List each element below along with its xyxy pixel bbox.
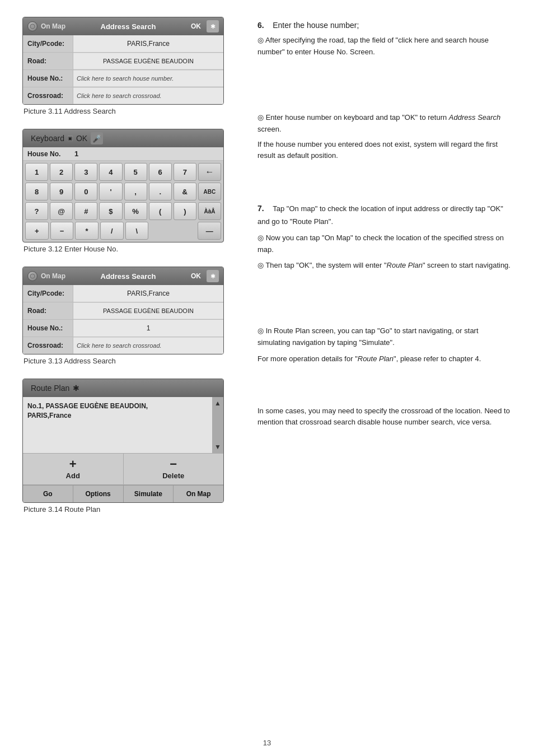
key-7[interactable]: 7 xyxy=(174,163,196,181)
pic314-title: Route Plan xyxy=(31,384,69,393)
keyboard-row-4: + − * / \ — xyxy=(25,222,221,240)
pic312-header: Keyboard ▣ OK 🎤 xyxy=(23,129,223,147)
key-plus[interactable]: + xyxy=(25,222,49,240)
svg-point-0 xyxy=(30,24,35,29)
routeplan-notes-block: In Route Plan screen, you can tap "Go" t… xyxy=(257,325,512,368)
pic311-value-city[interactable]: PARIS,France xyxy=(73,35,223,52)
step6-text: Enter the house number; xyxy=(273,21,359,30)
key-space[interactable]: — xyxy=(198,222,221,240)
key-4[interactable]: 4 xyxy=(99,163,122,181)
pic314-simulate-btn[interactable]: Simulate xyxy=(124,486,174,502)
pic313-label-road: Road: xyxy=(23,302,73,319)
step6-block: 6. Enter the house number; After specify… xyxy=(257,19,512,62)
pic313-header: On Map Address Search OK ✱ xyxy=(23,267,223,285)
onmap-note1: Now you can tap "On Map" to check the lo… xyxy=(257,232,512,256)
key-amp[interactable]: & xyxy=(174,183,196,200)
pic312-icon-btn2[interactable]: ▣ xyxy=(68,136,73,141)
pic313-onmap[interactable]: On Map xyxy=(41,272,65,280)
pic314-onmap-btn[interactable]: On Map xyxy=(174,486,223,502)
key-1[interactable]: 1 xyxy=(25,163,48,181)
plus-icon: + xyxy=(69,458,77,470)
delete-label: Delete xyxy=(162,472,184,480)
key-slash[interactable]: / xyxy=(100,222,124,240)
pic313-ok[interactable]: OK xyxy=(189,271,203,281)
key-question[interactable]: ? xyxy=(25,202,48,220)
pic314-delete-btn[interactable]: − Delete xyxy=(124,454,224,484)
pic313-value-crossroad[interactable]: Click here to search crossroad. xyxy=(73,338,223,353)
key-rparen[interactable]: ) xyxy=(174,202,196,220)
key-apos[interactable]: ' xyxy=(99,183,122,200)
key-5[interactable]: 5 xyxy=(124,163,147,181)
key-percent[interactable]: % xyxy=(124,202,147,220)
pic311-value-crossroad[interactable]: Click here to search crossroad. xyxy=(73,88,223,104)
onmap-italic: Route Plan xyxy=(387,261,423,269)
routeplan-note2: For more operation details for "Route Pl… xyxy=(257,353,512,365)
pic311-icon-btn[interactable]: ✱ xyxy=(207,20,219,32)
pic313-back-btn[interactable] xyxy=(27,271,38,281)
pic313-caption: Picture 3.13 Address Search xyxy=(22,357,241,365)
pic313-value-city[interactable]: PARIS,France xyxy=(73,285,223,302)
step7-block: 7. Tap "On map" to check the location of… xyxy=(257,202,512,275)
keyboard-row-2: 8 9 0 ' , . & ABC xyxy=(25,183,221,200)
key-9[interactable]: 9 xyxy=(50,183,73,200)
pic311-title: Address Search xyxy=(71,22,185,31)
key-8[interactable]: 8 xyxy=(25,183,48,200)
pic314-list: No.1, PASSAGE EUGÈNE BEAUDOIN,PARIS,Fran… xyxy=(23,397,212,453)
pic311-ok[interactable]: OK xyxy=(189,21,203,31)
pic311-onmap[interactable]: On Map xyxy=(41,22,65,30)
key-backspace[interactable]: ← xyxy=(198,163,221,181)
pic314-container: Route Plan ✱ No.1, PASSAGE EUGÈNE BEAUDO… xyxy=(22,379,241,514)
pic311-caption: Picture 3.11 Address Search xyxy=(22,107,241,115)
key-at[interactable]: @ xyxy=(50,202,73,220)
scroll-up-btn[interactable]: ▲ xyxy=(214,397,221,409)
pic314-main: No.1, PASSAGE EUGÈNE BEAUDOIN,PARIS,Fran… xyxy=(23,397,223,453)
pic311-value-road[interactable]: PASSAGE EUGÈNE BEAUDOIN xyxy=(73,53,223,69)
pic314-route: Route Plan ✱ No.1, PASSAGE EUGÈNE BEAUDO… xyxy=(22,379,224,503)
pic314-add-delete: + Add − Delete xyxy=(23,453,223,485)
key-comma[interactable]: , xyxy=(124,183,147,200)
pic314-options-btn[interactable]: Options xyxy=(73,486,124,502)
key-star[interactable]: * xyxy=(75,222,99,240)
pic312-input-value[interactable]: 1 xyxy=(72,150,219,158)
pic311-container: On Map Address Search OK ✱ City/Pcode: P… xyxy=(22,17,241,115)
pic311-back-btn[interactable] xyxy=(27,21,38,31)
pic311-row-city: City/Pcode: PARIS,France xyxy=(23,35,223,53)
key-minus[interactable]: − xyxy=(50,222,74,240)
pic314-icon-btn[interactable]: ✱ xyxy=(73,384,79,393)
pic314-add-btn[interactable]: + Add xyxy=(23,454,123,484)
right-column: 6. Enter the house number; After specify… xyxy=(257,17,512,716)
crossroad-note-block: In some cases, you may need to specify t… xyxy=(257,405,512,432)
pic314-go-btn[interactable]: Go xyxy=(23,486,73,502)
keyboard-note1: Enter house number on keyboard and tap "… xyxy=(257,112,512,136)
pic313-value-road[interactable]: PASSAGE EUGÈNE BEAUDOIN xyxy=(73,303,223,319)
pic314-scroll: ▲ ▼ xyxy=(212,397,223,453)
pic312-voice-icon[interactable]: 🎤 xyxy=(91,132,103,144)
key-3[interactable]: 3 xyxy=(74,163,97,181)
pic311-label-city: City/Pcode: xyxy=(23,35,73,52)
pic312-ok[interactable]: OK xyxy=(76,134,87,143)
key-abc[interactable]: ABC xyxy=(198,183,221,200)
pic313-row-crossroad: Crossroad: Click here to search crossroa… xyxy=(23,337,223,354)
pic311-value-house[interactable]: Click here to search house number. xyxy=(73,71,223,86)
key-accents[interactable]: ÀàÂ xyxy=(198,202,221,220)
pic313-value-house[interactable]: 1 xyxy=(73,320,223,337)
key-period[interactable]: . xyxy=(149,183,172,200)
pic312-container: Keyboard ▣ OK 🎤 House No. 1 1 2 3 4 5 xyxy=(22,129,241,253)
pic313-row-house: House No.: 1 xyxy=(23,320,223,337)
keyboard-note2: If the house number you entered does not… xyxy=(257,139,512,162)
key-6[interactable]: 6 xyxy=(149,163,172,181)
key-2[interactable]: 2 xyxy=(50,163,73,181)
add-label: Add xyxy=(66,472,80,480)
svg-point-2 xyxy=(30,274,35,278)
key-hash[interactable]: # xyxy=(74,202,97,220)
key-dollar[interactable]: $ xyxy=(99,202,122,220)
pic313-label-house: House No.: xyxy=(23,320,73,337)
key-0[interactable]: 0 xyxy=(74,183,97,200)
scroll-down-btn[interactable]: ▼ xyxy=(214,441,221,453)
pic311-row-road: Road: PASSAGE EUGÈNE BEAUDOIN xyxy=(23,53,223,70)
key-lparen[interactable]: ( xyxy=(149,202,172,220)
pic314-list-item[interactable]: No.1, PASSAGE EUGÈNE BEAUDOIN,PARIS,Fran… xyxy=(27,402,208,421)
pic313-icon-btn[interactable]: ✱ xyxy=(207,270,219,282)
key-backslash[interactable]: \ xyxy=(125,222,149,240)
pic312-keyboard: Keyboard ▣ OK 🎤 House No. 1 1 2 3 4 5 xyxy=(22,129,224,242)
